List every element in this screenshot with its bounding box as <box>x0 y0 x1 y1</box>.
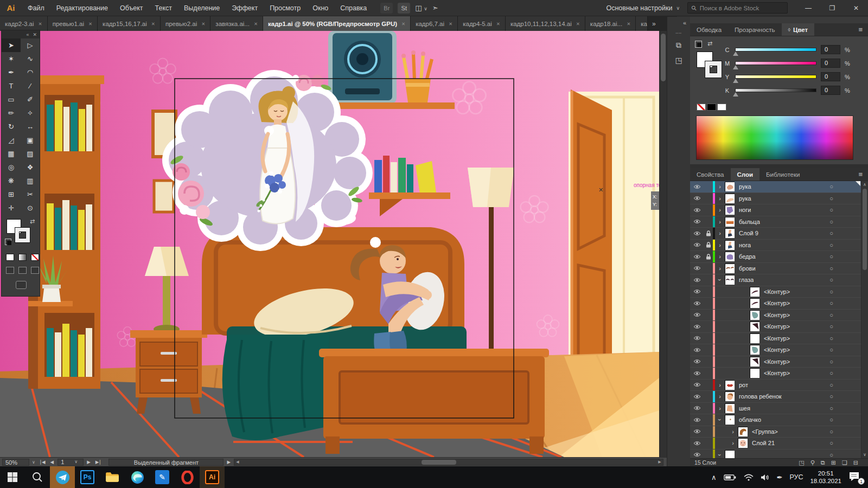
target-circle-icon[interactable]: ○ <box>829 230 833 236</box>
layer-row[interactable]: ›рука○ <box>690 181 868 193</box>
tab-overflow-button[interactable]: » <box>648 16 660 31</box>
layer-thumbnail[interactable] <box>725 415 735 425</box>
value-field[interactable]: 0 <box>821 86 840 95</box>
tool-magic-wand[interactable]: ✶ <box>2 52 21 66</box>
layer-name[interactable]: <Контур> <box>764 312 790 318</box>
layer-row[interactable]: ›облачко○ <box>690 414 868 426</box>
tool-zoom[interactable]: ⊙ <box>21 201 40 215</box>
expand-chevron-icon[interactable]: › <box>717 415 723 425</box>
share-icon[interactable]: ➣ <box>432 4 438 12</box>
expand-chevron-icon[interactable]: › <box>715 382 725 388</box>
visibility-eye-icon[interactable] <box>690 219 704 224</box>
visibility-eye-icon[interactable] <box>690 336 704 341</box>
layer-row[interactable]: ›Слой 21○ <box>690 438 868 450</box>
expand-chevron-icon[interactable]: › <box>715 393 725 400</box>
taskbar-search-icon[interactable] <box>25 466 50 488</box>
layer-thumbnail[interactable] <box>750 357 760 367</box>
visibility-eye-icon[interactable] <box>690 359 704 364</box>
tab-close-icon[interactable]: ✕ <box>401 21 405 27</box>
tab-close-icon[interactable]: ✕ <box>449 21 452 27</box>
target-circle-icon[interactable]: ○ <box>829 370 833 376</box>
layer-name[interactable]: нога <box>739 242 751 248</box>
color-tab-2[interactable]: ◊Цвет <box>782 23 815 36</box>
layer-thumbnail[interactable] <box>725 240 735 250</box>
scroll-right-arrow[interactable]: ▶ <box>656 459 663 465</box>
layer-name[interactable]: облачко <box>739 416 761 423</box>
layer-row[interactable]: ›<Группа>○ <box>690 426 868 438</box>
minimize-button[interactable]: — <box>796 0 820 16</box>
slider-thumb[interactable] <box>733 92 738 97</box>
mini-fill-stroke-icon[interactable] <box>695 41 702 48</box>
next-artboard-button[interactable]: ▶ <box>87 459 91 465</box>
layer-thumbnail[interactable] <box>738 427 748 436</box>
layer-thumbnail[interactable] <box>725 205 735 215</box>
target-circle-icon[interactable]: ○ <box>829 382 833 388</box>
gradient-button[interactable] <box>18 254 27 261</box>
stroke-color-swatch[interactable] <box>15 228 30 242</box>
wifi-icon[interactable] <box>744 474 754 481</box>
visibility-eye-icon[interactable] <box>690 348 704 352</box>
visibility-eye-icon[interactable] <box>690 266 704 271</box>
layer-name[interactable]: <Группа> <box>752 428 778 435</box>
tab-close-icon[interactable]: ✕ <box>39 21 42 27</box>
expand-chevron-icon[interactable]: › <box>715 230 725 236</box>
visibility-eye-icon[interactable] <box>690 289 704 294</box>
expand-chevron-icon[interactable]: › <box>715 405 725 412</box>
layer-name[interactable]: рука <box>739 195 751 202</box>
menu-effect[interactable]: Эффект <box>226 4 264 12</box>
layer-thumbnail[interactable] <box>725 264 735 273</box>
new-layer-icon[interactable]: ❏ <box>842 459 847 466</box>
value-field[interactable]: 0 <box>821 59 840 68</box>
swap-colors-icon[interactable]: ⇄ <box>30 218 35 225</box>
tab-close-icon[interactable]: ✕ <box>151 21 155 27</box>
tool-selection[interactable]: ➤ <box>2 38 21 52</box>
slider-y[interactable] <box>735 75 816 79</box>
white-swatch[interactable] <box>717 104 726 111</box>
tab-close-icon[interactable]: ✕ <box>88 21 92 27</box>
tools-collapse-button[interactable]: « <box>26 32 29 37</box>
taskbar-edge-icon[interactable] <box>125 466 150 488</box>
default-colors-icon[interactable] <box>5 239 11 245</box>
tool-line-segment[interactable]: ∕ <box>21 79 40 93</box>
slider-k[interactable] <box>735 88 816 92</box>
expand-chevron-icon[interactable]: › <box>715 219 725 225</box>
value-field[interactable]: 0 <box>821 45 840 54</box>
visibility-eye-icon[interactable] <box>690 382 704 387</box>
layer-row[interactable]: ›брови○ <box>690 263 868 275</box>
tool-curvature[interactable]: ◠ <box>21 66 40 79</box>
tool-slice[interactable]: ✂ <box>21 188 40 201</box>
stock-search-input[interactable] <box>700 5 783 11</box>
tool-column-graph[interactable]: ▥ <box>21 174 40 188</box>
slider-c[interactable] <box>735 48 816 52</box>
menu-file[interactable]: Файл <box>22 4 50 12</box>
layer-name[interactable]: ноги <box>739 207 751 213</box>
zoom-level[interactable]: 50% <box>2 459 29 466</box>
target-circle-icon[interactable]: ○ <box>829 219 833 225</box>
tab-close-icon[interactable]: ✕ <box>496 21 500 27</box>
layer-name[interactable]: быльца <box>739 219 760 225</box>
last-artboard-button[interactable]: ▶| <box>95 459 101 465</box>
target-circle-icon[interactable]: ○ <box>829 405 833 412</box>
black-swatch[interactable] <box>707 104 716 111</box>
layer-row[interactable]: ›рука○ <box>690 193 868 205</box>
scroll-down-icon[interactable]: ∨ <box>861 452 868 457</box>
stock-icon[interactable]: St <box>398 3 410 14</box>
tool-eyedropper[interactable]: ◎ <box>2 160 21 174</box>
target-circle-icon[interactable]: ○ <box>829 195 833 202</box>
stock-search-box[interactable]: ⚲ <box>687 2 788 14</box>
target-circle-icon[interactable]: ○ <box>829 288 833 295</box>
horizontal-scrollbar[interactable]: ◀ ▶ <box>234 459 663 466</box>
tool-lasso[interactable]: ∿ <box>21 52 40 66</box>
lock-icon[interactable] <box>704 254 713 260</box>
tool-hand[interactable]: ✛ <box>2 201 21 215</box>
tool-direct-selection[interactable]: ▷ <box>21 38 40 52</box>
document-tab[interactable]: кадр1.ai @ 50% (RGB/Предпросмотр GPU)✕ <box>263 16 411 31</box>
menu-edit[interactable]: Редактирование <box>50 4 114 12</box>
tab-close-icon[interactable]: ✕ <box>201 21 205 27</box>
layer-name[interactable]: брови <box>739 265 756 272</box>
layer-thumbnail[interactable] <box>750 322 760 331</box>
layer-row[interactable]: ›○ <box>690 450 868 459</box>
windows-ink-icon[interactable]: ✒ <box>777 473 783 481</box>
tool-rotate[interactable]: ↻ <box>2 120 21 133</box>
layer-name[interactable]: <Контур> <box>764 323 790 330</box>
